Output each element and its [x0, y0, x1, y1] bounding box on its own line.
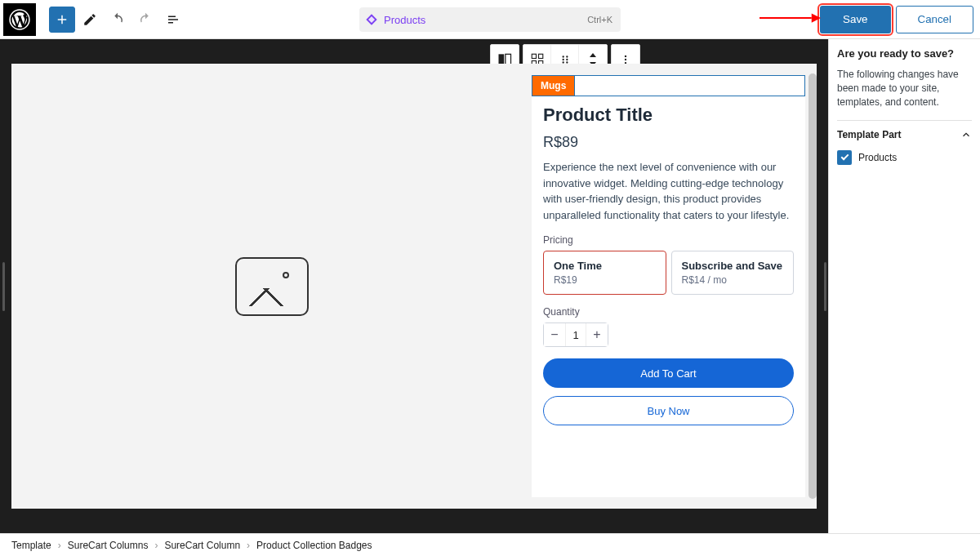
buy-now-button[interactable]: Buy Now: [543, 396, 794, 425]
product-description: Experience the next level of convenience…: [543, 159, 794, 223]
panel-description: The following changes have been made to …: [837, 68, 972, 109]
quantity-value: 1: [565, 323, 586, 346]
template-part-icon: [364, 12, 379, 27]
redo-icon: [138, 12, 153, 27]
block-inserter-button[interactable]: [49, 7, 75, 33]
pricing-section-label: Pricing: [543, 234, 794, 246]
product-collection-badges-block[interactable]: Mugs: [532, 75, 805, 96]
pricing-option-subscribe[interactable]: Subscribe and Save R$14 / mo: [671, 251, 795, 295]
cancel-button[interactable]: Cancel: [896, 6, 974, 33]
quantity-label: Quantity: [543, 306, 794, 318]
pricing-option-sub: R$14 / mo: [682, 274, 784, 286]
undo-button[interactable]: [105, 7, 131, 33]
pricing-option-title: Subscribe and Save: [682, 260, 784, 272]
pricing-option-title: One Time: [554, 260, 656, 272]
image-placeholder-icon: [235, 257, 309, 316]
add-to-cart-button[interactable]: Add To Cart: [543, 358, 794, 388]
svg-point-10: [566, 56, 568, 57]
svg-point-9: [562, 56, 564, 57]
svg-marker-2: [812, 13, 821, 22]
save-button[interactable]: Save: [820, 6, 890, 33]
document-title-bar[interactable]: Products Ctrl+K: [359, 7, 621, 32]
svg-point-12: [566, 59, 568, 60]
edit-tool-button[interactable]: [77, 7, 103, 33]
undo-icon: [110, 12, 125, 27]
editor-canvas[interactable]: Mugs Product Title R$89 Experience the n…: [11, 64, 817, 509]
product-image-column: [11, 64, 532, 509]
pencil-icon: [82, 12, 97, 27]
plus-icon: [55, 12, 69, 27]
svg-rect-6: [538, 54, 542, 58]
pricing-options: One Time R$19 Subscribe and Save R$14 / …: [543, 251, 794, 295]
canvas-resize-handle-left[interactable]: [0, 39, 7, 533]
svg-rect-5: [532, 54, 536, 58]
save-button-group: Save Cancel: [820, 6, 973, 33]
crumb-template[interactable]: Template: [11, 540, 51, 551]
redo-button[interactable]: [132, 7, 158, 33]
svg-point-11: [562, 59, 564, 60]
collection-badge: Mugs: [532, 76, 575, 96]
document-overview-button[interactable]: [160, 7, 186, 33]
quantity-decrement-button[interactable]: −: [544, 323, 565, 346]
pre-publish-panel: Are you ready to save? The following cha…: [828, 39, 980, 533]
pricing-option-sub: R$19: [554, 274, 656, 286]
crumb-badges[interactable]: Product Collection Badges: [256, 540, 372, 551]
product-price: R$89: [543, 134, 794, 151]
wordpress-logo-button[interactable]: [3, 3, 36, 36]
block-breadcrumb: Template› SureCart Columns› SureCart Col…: [0, 533, 980, 556]
crumb-column[interactable]: SureCart Column: [164, 540, 240, 551]
editor-layout: Mugs Product Title R$89 Experience the n…: [0, 39, 980, 533]
chevron-right-icon: ›: [58, 540, 61, 551]
save-item-label: Products: [858, 152, 897, 163]
panel-section-template-part[interactable]: Template Part: [837, 120, 972, 147]
list-icon: [166, 12, 180, 27]
product-title[interactable]: Product Title: [543, 105, 794, 126]
save-item-products[interactable]: Products: [837, 150, 972, 165]
chevron-right-icon: ›: [247, 540, 250, 551]
quantity-increment-button[interactable]: +: [586, 323, 608, 346]
panel-heading: Are you ready to save?: [837, 47, 972, 60]
canvas-resize-handle-right[interactable]: [822, 39, 828, 533]
canvas-scrollbar[interactable]: [808, 73, 817, 499]
crumb-columns[interactable]: SureCart Columns: [68, 540, 149, 551]
editor-canvas-wrapper: Mugs Product Title R$89 Experience the n…: [0, 39, 828, 533]
checkbox-checked-icon[interactable]: [837, 150, 852, 165]
svg-point-15: [625, 56, 626, 57]
toolbar-left: [49, 7, 186, 33]
editor-top-bar: Products Ctrl+K Save Cancel: [0, 0, 980, 39]
quantity-stepper: − 1 +: [543, 322, 608, 347]
annotation-arrow-icon: [760, 12, 821, 24]
svg-point-16: [625, 59, 626, 60]
product-details-column: Mugs Product Title R$89 Experience the n…: [532, 75, 805, 497]
pricing-option-one-time[interactable]: One Time R$19: [543, 251, 666, 295]
chevron-up-icon: [960, 129, 972, 140]
panel-section-label: Template Part: [837, 129, 901, 140]
document-title: Products: [384, 14, 425, 26]
document-shortcut: Ctrl+K: [587, 15, 612, 24]
chevron-right-icon: ›: [154, 540, 158, 551]
wordpress-icon: [9, 9, 30, 30]
